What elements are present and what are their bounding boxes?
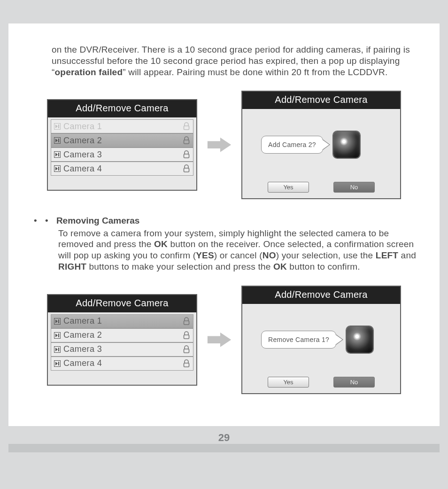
camera-row[interactable]: Camera 2 <box>51 328 193 342</box>
lock-icon <box>183 122 190 131</box>
removing-cameras-section: • • Removing Cameras To remove a camera … <box>34 215 421 272</box>
camera-list-panel-add: Add/Remove Camera Camera 1 Camera 2 <box>47 99 197 191</box>
lock-icon <box>183 317 190 326</box>
camera-row[interactable]: Camera 1 <box>51 119 193 133</box>
svg-rect-2 <box>184 126 189 130</box>
ok-bold: OK <box>273 262 287 272</box>
svg-rect-1 <box>58 124 59 128</box>
camera-label: Camera 2 <box>63 330 102 340</box>
operation-failed-bold: operation failed <box>55 67 123 77</box>
camera-list: Camera 1 Camera 2 Camera 3 <box>48 312 196 385</box>
skip-forward-icon <box>54 360 61 367</box>
camera-row[interactable]: Camera 3 <box>51 342 193 357</box>
skip-forward-icon <box>54 332 61 339</box>
panel-header: Add/Remove Camera <box>242 287 400 304</box>
left-bold: LEFT <box>376 250 398 260</box>
svg-rect-7 <box>58 153 59 156</box>
lock-icon <box>183 331 190 340</box>
camera-label: Camera 2 <box>63 136 102 146</box>
arrow-right-icon <box>206 136 233 154</box>
yes-button[interactable]: Yes <box>268 182 309 193</box>
section-title: Removing Cameras <box>56 216 139 225</box>
camera-label: Camera 1 <box>63 122 102 132</box>
remove-text-3: ) or cancel ( <box>214 250 263 260</box>
lock-icon <box>183 345 190 354</box>
camera-lens-icon <box>347 326 373 353</box>
skip-forward-icon <box>54 123 61 130</box>
figure-row-add: Add/Remove Camera Camera 1 Camera 2 <box>47 91 421 199</box>
svg-rect-23 <box>184 363 189 367</box>
svg-rect-13 <box>58 319 59 323</box>
arrow-right-icon <box>206 331 233 349</box>
camera-row[interactable]: Camera 1 <box>51 314 193 328</box>
camera-label: Camera 3 <box>63 344 102 354</box>
camera-label: Camera 1 <box>63 316 102 326</box>
skip-forward-icon <box>54 165 61 172</box>
confirm-prompt: Remove Camera 1? <box>261 331 336 349</box>
skip-forward-icon <box>54 137 61 144</box>
skip-forward-icon <box>54 318 61 325</box>
footer-bar <box>8 444 440 452</box>
confirm-add-panel: Add/Remove Camera Add Camera 2? Yes No <box>241 91 401 199</box>
panel-header: Add/Remove Camera <box>48 295 196 312</box>
svg-rect-5 <box>184 140 189 144</box>
svg-rect-4 <box>58 139 59 142</box>
svg-rect-19 <box>58 348 59 351</box>
skip-forward-icon <box>54 346 61 353</box>
svg-rect-8 <box>184 154 189 158</box>
lock-icon <box>183 136 190 145</box>
remove-text-7: button to confirm. <box>287 262 360 272</box>
svg-rect-14 <box>184 321 189 325</box>
lock-icon <box>183 359 190 368</box>
yes-bold: YES <box>196 250 214 260</box>
lock-icon <box>183 164 190 173</box>
remove-text-5: and <box>398 250 416 260</box>
camera-label: Camera 4 <box>63 164 102 174</box>
remove-text-6: buttons to make your selection and press… <box>86 262 273 272</box>
camera-row[interactable]: Camera 4 <box>51 357 193 371</box>
svg-rect-17 <box>184 335 189 339</box>
panel-header: Add/Remove Camera <box>48 100 196 117</box>
no-button[interactable]: No <box>333 377 375 388</box>
camera-row[interactable]: Camera 3 <box>51 147 193 162</box>
svg-rect-11 <box>184 168 189 172</box>
no-bold: NO <box>263 250 276 260</box>
no-button[interactable]: No <box>333 182 375 193</box>
svg-rect-20 <box>184 349 189 353</box>
camera-row[interactable]: Camera 2 <box>51 133 193 147</box>
ok-bold: OK <box>154 239 168 249</box>
yes-button[interactable]: Yes <box>268 377 309 388</box>
intro-paragraph: on the DVR/Receiver. There is a 10 secon… <box>52 44 421 78</box>
bullet-marks: • • <box>34 216 56 225</box>
confirm-prompt: Add Camera 2? <box>261 136 323 154</box>
camera-lens-icon <box>333 132 360 158</box>
camera-list: Camera 1 Camera 2 Camera 3 <box>48 117 196 190</box>
camera-row[interactable]: Camera 4 <box>51 162 193 176</box>
panel-header: Add/Remove Camera <box>242 92 400 109</box>
svg-rect-16 <box>58 334 59 337</box>
confirm-remove-panel: Add/Remove Camera Remove Camera 1? Yes N… <box>241 286 401 394</box>
camera-label: Camera 4 <box>63 358 102 368</box>
skip-forward-icon <box>54 151 61 158</box>
camera-list-panel-remove: Add/Remove Camera Camera 1 Camera 2 <box>47 294 197 386</box>
page-number: 29 <box>0 432 448 444</box>
svg-rect-10 <box>58 167 59 171</box>
figure-row-remove: Add/Remove Camera Camera 1 Camera 2 <box>47 286 421 394</box>
svg-rect-22 <box>58 362 59 365</box>
lock-icon <box>183 150 190 159</box>
right-bold: RIGHT <box>58 262 86 272</box>
dialog-body: Remove Camera 1? Yes No <box>242 304 400 393</box>
camera-label: Camera 3 <box>63 150 102 160</box>
remove-text-4: ) your selection, use the <box>276 250 376 260</box>
intro-text-c: ” will appear. Pairing must be done with… <box>123 67 387 77</box>
dialog-body: Add Camera 2? Yes No <box>242 109 400 198</box>
